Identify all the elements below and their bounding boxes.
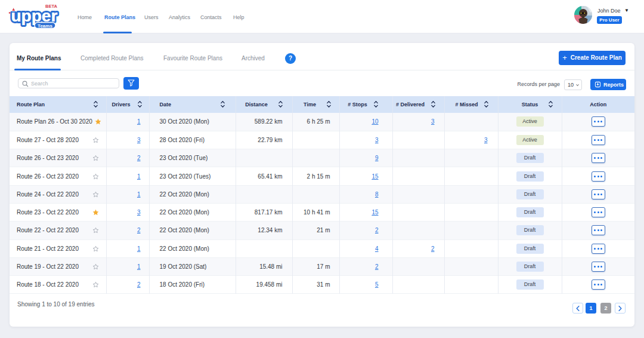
svg-text:Teams: Teams bbox=[38, 23, 52, 29]
